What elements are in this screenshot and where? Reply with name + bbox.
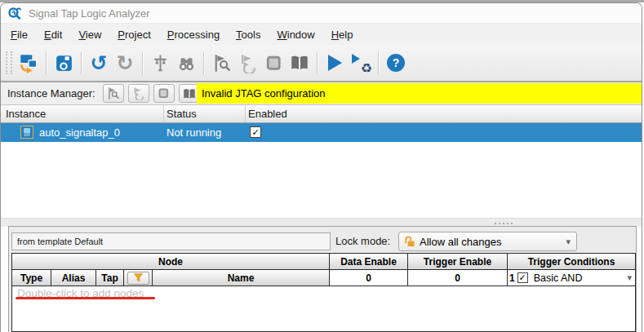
column-header-status[interactable]: Status <box>167 105 197 122</box>
node-table-group-header-row: Node Data Enable Trigger Enable Trigger … <box>12 254 635 270</box>
jtag-status-message: Invalid JTAG configuration <box>202 87 326 100</box>
redo-button[interactable]: ↻ <box>113 51 137 75</box>
toolbar-separator <box>378 52 379 74</box>
compile-play-icon <box>352 54 360 64</box>
read-data-book-icon <box>289 52 310 73</box>
jtag-status-banner: Invalid JTAG configuration <box>197 83 642 104</box>
column-header-trigger-conditions[interactable]: Trigger Conditions <box>508 254 635 269</box>
signal-tap-window: Signal Tap Logic Analyzer File Edit View… <box>0 2 642 332</box>
title-bar: Signal Tap Logic Analyzer <box>1 3 642 24</box>
lock-mode-dropdown[interactable]: Allow all changes ▾ <box>398 232 577 251</box>
read-data-button[interactable] <box>287 51 312 75</box>
menu-bar: File Edit View Project Processing Tools … <box>1 24 642 45</box>
stop-analysis-icon <box>264 53 284 73</box>
menu-file[interactable]: File <box>4 26 34 43</box>
data-enable-count: 0 <box>330 270 408 286</box>
undo-icon: ↺ <box>91 53 108 73</box>
column-header-tap[interactable]: Tap <box>96 270 124 286</box>
add-tap-button[interactable] <box>148 51 172 75</box>
red-underline-annotation <box>16 297 155 299</box>
menu-window[interactable]: Window <box>270 26 321 43</box>
new-instance-icon <box>18 52 39 73</box>
menu-view[interactable]: View <box>72 26 108 43</box>
column-header-enabled[interactable]: Enabled <box>248 105 287 122</box>
instance-manager-label: Instance Manager: <box>7 87 95 100</box>
main-toolbar: ↺ ↻ <box>1 45 642 82</box>
autorun-analysis-icon <box>238 53 258 73</box>
new-instance-button[interactable] <box>16 51 41 75</box>
im-autorun-analysis-button[interactable] <box>128 84 149 103</box>
column-header-type[interactable]: Type <box>12 270 51 286</box>
instance-table-header: Instance Status Enabled <box>1 105 642 123</box>
im-run-analysis-button[interactable] <box>103 84 124 103</box>
toolbar-separator <box>81 52 82 74</box>
column-header-alias[interactable]: Alias <box>51 270 96 286</box>
run-analysis-icon <box>211 53 232 73</box>
trigger-condition-value: Basic AND <box>534 272 583 284</box>
splitter-grip-icon <box>495 223 513 224</box>
instance-status: Not running <box>167 123 221 142</box>
find-binoculars-icon <box>176 53 197 73</box>
stop-analysis-button[interactable] <box>261 51 286 75</box>
toolbar-separator <box>317 52 318 74</box>
toolbar-separator <box>142 52 143 74</box>
start-compilation-button[interactable]: ♻ <box>349 51 373 75</box>
column-header-data-enable[interactable]: Data Enable <box>330 254 408 269</box>
read-data-book-icon <box>182 86 197 101</box>
signal-tap-app-icon <box>7 6 22 20</box>
stop-analysis-icon <box>157 86 171 100</box>
group-header-node: Node <box>12 254 330 269</box>
filter-funnel-icon <box>133 272 144 283</box>
run-analysis-icon <box>106 86 120 100</box>
node-table-sub-header-row: Type Alias Tap Name 0 0 1 ✓ <box>12 270 635 286</box>
chevron-down-icon: ▾ <box>566 237 571 247</box>
play-icon <box>328 55 342 71</box>
play-button[interactable] <box>322 51 347 75</box>
column-header-instance[interactable]: Instance <box>6 105 46 122</box>
save-button[interactable] <box>51 51 76 75</box>
node-list-area[interactable]: Double-click to add nodes <box>12 286 635 331</box>
trigger-enable-count: 0 <box>408 270 508 286</box>
check-icon: ✓ <box>251 128 259 137</box>
help-button[interactable]: ? <box>384 51 408 75</box>
setup-panel: from template Default Lock mode: Allow a… <box>8 226 637 332</box>
node-table: Node Data Enable Trigger Enable Trigger … <box>11 253 636 332</box>
add-tap-icon <box>150 53 171 73</box>
column-header-trigger-enable[interactable]: Trigger Enable <box>408 254 508 269</box>
template-info-box: from template Default <box>11 232 331 250</box>
autorun-analysis-button[interactable] <box>235 51 260 75</box>
window-title: Signal Tap Logic Analyzer <box>29 7 150 20</box>
instance-manager-bar: Instance Manager: <box>1 82 642 105</box>
menu-help[interactable]: Help <box>325 26 360 43</box>
menu-project[interactable]: Project <box>111 26 157 43</box>
start-compilation-icon: ♻ <box>350 52 371 73</box>
column-divider <box>163 105 164 122</box>
menu-processing[interactable]: Processing <box>161 26 226 43</box>
check-icon: ✓ <box>519 273 526 282</box>
trigger-condition-dropdown[interactable]: Basic AND ▾ <box>531 272 635 284</box>
lock-mode-value: Allow all changes <box>420 236 501 248</box>
chevron-down-icon: ▾ <box>627 272 635 283</box>
trigger-condition-count: 1 <box>509 272 515 284</box>
menu-edit[interactable]: Edit <box>38 26 69 43</box>
instance-row-selected[interactable]: auto_signaltap_0 Not running ✓ <box>1 123 642 142</box>
im-stop-analysis-button[interactable] <box>153 84 175 103</box>
find-button[interactable] <box>174 51 198 75</box>
save-icon <box>54 53 74 73</box>
recycle-icon: ♻ <box>361 60 372 76</box>
filter-cell <box>124 270 153 286</box>
signaltap-instance-icon <box>20 126 33 139</box>
toolbar-grip-handle[interactable] <box>6 51 12 74</box>
autorun-analysis-icon <box>131 86 145 100</box>
undo-button[interactable]: ↺ <box>87 51 111 75</box>
menu-tools[interactable]: Tools <box>229 26 267 43</box>
open-padlock-icon <box>403 235 415 248</box>
run-analysis-button[interactable] <box>209 51 233 75</box>
trigger-conditions-cell: 1 ✓ Basic AND ▾ <box>508 270 635 286</box>
trigger-condition-checkbox[interactable]: ✓ <box>517 272 528 283</box>
instance-enabled-checkbox[interactable]: ✓ <box>250 126 261 138</box>
filter-button[interactable] <box>127 272 149 285</box>
column-header-name[interactable]: Name <box>153 270 330 286</box>
toolbar-separator <box>46 52 47 74</box>
help-icon: ? <box>387 54 405 72</box>
